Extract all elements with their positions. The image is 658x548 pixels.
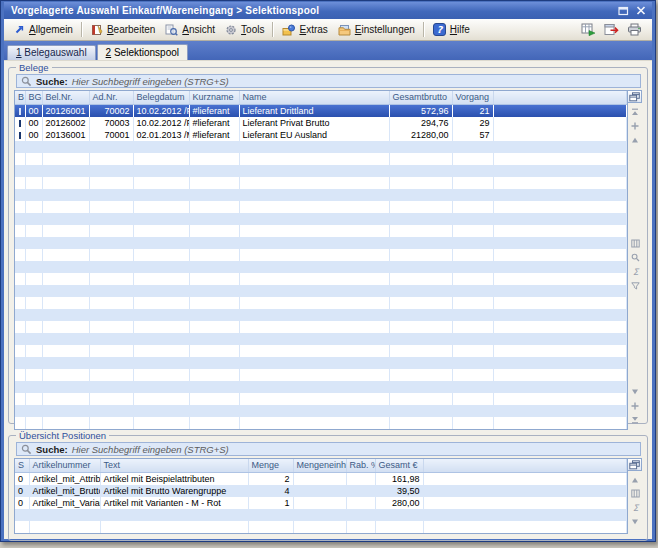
table-row[interactable]: 0Artikel_mit_AttributenArtikel mit Beisp… [15, 472, 626, 485]
menu-item-bearbeiten[interactable]: Bearbeiten [86, 22, 160, 38]
sum-button[interactable]: Σ [630, 266, 641, 277]
column-header[interactable]: Gesamt € [375, 459, 423, 472]
column-header[interactable]: Text [100, 459, 248, 472]
empty-cell [42, 381, 89, 393]
empty-cell [42, 249, 89, 261]
column-header[interactable]: Mengeneinheit [293, 459, 346, 472]
add-row-button[interactable] [630, 120, 641, 131]
column-chooser-button[interactable] [628, 90, 642, 103]
column-header[interactable]: Belegdatum [133, 91, 189, 104]
empty-cell [89, 165, 133, 177]
table-row[interactable]: 0Artikel_mit_Brutto_WGArtikel mit Brutto… [15, 485, 626, 497]
column-header[interactable]: B [15, 91, 25, 104]
table-row[interactable]: 00201260027000310.02.2012 /Fr#lieferantL… [15, 117, 626, 129]
menu-item-einstellungen[interactable]: Einstellungen [333, 22, 420, 38]
columns-button[interactable] [630, 238, 641, 249]
empty-row [15, 285, 626, 297]
positionen-search-input[interactable]: Suche: Hier Suchbegriff eingeben (STRG+S… [16, 442, 641, 456]
add-row-button[interactable] [630, 400, 641, 411]
edit-book-icon [91, 24, 103, 36]
empty-row [15, 273, 626, 285]
cell: 00 [25, 117, 42, 129]
print-button[interactable] [627, 23, 642, 36]
filter-button[interactable] [630, 280, 641, 291]
row-up-button[interactable] [630, 474, 641, 485]
column-header[interactable]: Name [239, 91, 389, 104]
column-header[interactable]: Bel.Nr. [42, 91, 89, 104]
column-header[interactable]: Rab. % [346, 459, 375, 472]
empty-cell [389, 213, 452, 225]
exit-button[interactable] [604, 23, 619, 36]
tab-belegauswahl[interactable]: 1 Belegauswahl [7, 45, 96, 60]
positionen-groupbox: Übersicht Positionen Suche: Hier Suchbeg… [8, 435, 648, 541]
empty-cell [89, 273, 133, 285]
empty-cell [189, 285, 239, 297]
menu-item-tools[interactable]: Tools [220, 22, 269, 38]
empty-cell [25, 165, 42, 177]
empty-cell [133, 357, 189, 369]
cell: 294,76 [389, 117, 452, 129]
empty-cell [89, 201, 133, 213]
row-down-button[interactable] [630, 516, 641, 527]
empty-cell [389, 189, 452, 201]
close-button[interactable] [633, 4, 648, 17]
column-header[interactable]: Menge [248, 459, 293, 472]
table-row[interactable]: 00201360017000102.01.2013 /Mi#lieferantL… [15, 129, 626, 141]
row-up-button[interactable] [630, 134, 641, 145]
empty-cell [89, 153, 133, 165]
empty-cell [239, 321, 389, 333]
restore-button[interactable] [616, 4, 631, 17]
search-label: Suche: [36, 76, 68, 87]
table-row[interactable]: 0Artikel_mit_Varianten.Artikel mit Varia… [15, 497, 626, 509]
cell [423, 485, 626, 497]
column-header[interactable]: Gesamtbrutto [389, 91, 452, 104]
empty-cell [25, 225, 42, 237]
empty-row [15, 237, 626, 249]
empty-cell [248, 521, 293, 533]
column-header[interactable]: Ad.Nr. [89, 91, 133, 104]
menu-item-extras[interactable]: Extras [277, 22, 332, 38]
empty-cell [15, 369, 25, 381]
column-header[interactable]: Vorgang [452, 91, 493, 104]
scroll-top-button[interactable] [630, 106, 641, 117]
menu-item-ansicht[interactable]: Ansicht [160, 22, 220, 38]
menu-item-hilfe[interactable]: ?Hilfe [428, 21, 475, 38]
column-chooser-button[interactable] [628, 458, 642, 471]
empty-cell [239, 213, 389, 225]
empty-cell [42, 261, 89, 273]
column-header[interactable]: S [15, 459, 29, 472]
cell: Artikel_mit_Brutto_WG [29, 485, 100, 497]
empty-cell [389, 249, 452, 261]
empty-cell [239, 261, 389, 273]
sum-button[interactable]: Σ [630, 502, 641, 513]
column-header[interactable]: Kurzname [189, 91, 239, 104]
empty-cell [15, 153, 25, 165]
empty-row [15, 345, 626, 357]
export-button[interactable] [581, 23, 596, 36]
empty-row [15, 333, 626, 345]
empty-cell [389, 225, 452, 237]
column-header[interactable]: BG [25, 91, 42, 104]
row-down-button[interactable] [630, 386, 641, 397]
empty-cell [25, 189, 42, 201]
columns-button[interactable] [630, 488, 641, 499]
empty-row [15, 189, 626, 201]
table-row[interactable]: 00201260017000210.02.2012 /Fr#lieferantL… [15, 104, 626, 117]
menu-item-allgemein[interactable]: Allgemein [9, 22, 78, 37]
empty-cell [89, 225, 133, 237]
empty-cell [133, 405, 189, 417]
empty-cell [25, 297, 42, 309]
empty-cell [15, 521, 29, 533]
scroll-bottom-button[interactable] [630, 414, 641, 425]
empty-cell [25, 381, 42, 393]
columns-icon [631, 239, 640, 248]
tab-selektionspool[interactable]: 2 Selektionspool [97, 44, 188, 60]
empty-row [15, 201, 626, 213]
column-header[interactable]: Artikelnummer [29, 459, 100, 472]
cell: 0 [15, 485, 29, 497]
empty-cell [133, 285, 189, 297]
empty-row [15, 321, 626, 333]
belege-search-input[interactable]: Suche: Hier Suchbegriff eingeben (STRG+S… [16, 74, 641, 88]
grid-search-button[interactable] [630, 252, 641, 263]
empty-cell [15, 141, 25, 153]
